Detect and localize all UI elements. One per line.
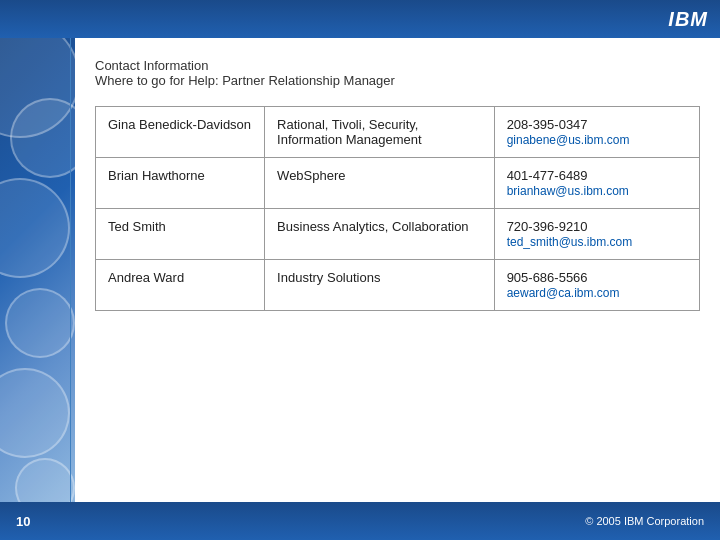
contact-table: Gina Benedick-DavidsonRational, Tivoli, …: [95, 106, 700, 311]
vertical-divider: [70, 38, 71, 502]
email-link[interactable]: brianhaw@us.ibm.com: [507, 184, 629, 198]
contact-info: 401-477-6489brianhaw@us.ibm.com: [494, 158, 699, 209]
phone-number: 720-396-9210: [507, 219, 687, 234]
phone-number: 208-395-0347: [507, 117, 687, 132]
email-link[interactable]: ted_smith@us.ibm.com: [507, 235, 633, 249]
copyright: © 2005 IBM Corporation: [585, 515, 704, 527]
top-bar: IBM: [0, 0, 720, 38]
table-row: Andrea WardIndustry Solutions905-686-556…: [96, 260, 700, 311]
contact-name: Brian Hawthorne: [96, 158, 265, 209]
email-link[interactable]: aeward@ca.ibm.com: [507, 286, 620, 300]
contact-product: Rational, Tivoli, Security, Information …: [265, 107, 495, 158]
page-number: 10: [16, 514, 30, 529]
table-row: Gina Benedick-DavidsonRational, Tivoli, …: [96, 107, 700, 158]
main-content: Contact Information Where to go for Help…: [75, 38, 720, 502]
contact-info: 905-686-5566aeward@ca.ibm.com: [494, 260, 699, 311]
left-background: [0, 38, 75, 502]
contact-product: Business Analytics, Collaboration: [265, 209, 495, 260]
contact-product: WebSphere: [265, 158, 495, 209]
contact-name: Andrea Ward: [96, 260, 265, 311]
phone-number: 401-477-6489: [507, 168, 687, 183]
contact-name: Gina Benedick-Davidson: [96, 107, 265, 158]
title-line2: Where to go for Help: Partner Relationsh…: [95, 73, 700, 88]
email-link[interactable]: ginabene@us.ibm.com: [507, 133, 630, 147]
phone-number: 905-686-5566: [507, 270, 687, 285]
contact-product: Industry Solutions: [265, 260, 495, 311]
ibm-logo: IBM: [668, 8, 708, 31]
table-row: Brian HawthorneWebSphere401-477-6489bria…: [96, 158, 700, 209]
contact-name: Ted Smith: [96, 209, 265, 260]
title-line1: Contact Information: [95, 58, 700, 73]
header-section: Contact Information Where to go for Help…: [95, 58, 700, 88]
bottom-bar: 10 © 2005 IBM Corporation: [0, 502, 720, 540]
table-row: Ted SmithBusiness Analytics, Collaborati…: [96, 209, 700, 260]
contact-info: 208-395-0347ginabene@us.ibm.com: [494, 107, 699, 158]
contact-info: 720-396-9210ted_smith@us.ibm.com: [494, 209, 699, 260]
